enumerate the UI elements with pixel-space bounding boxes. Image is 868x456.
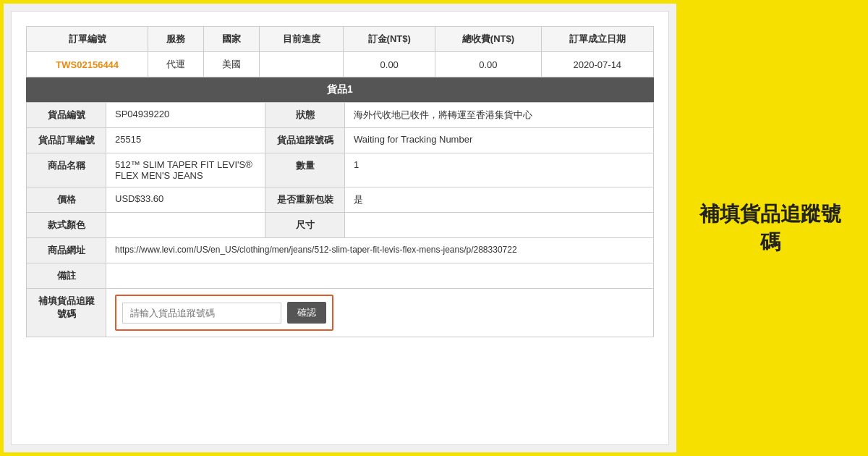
price-label: 價格 (27, 187, 106, 213)
remark-value (106, 263, 654, 289)
quantity-value: 1 (345, 153, 654, 187)
confirm-button[interactable]: 確認 (287, 302, 326, 324)
order-number-value: 25515 (106, 128, 265, 153)
progress-value (260, 52, 344, 77)
url-value: https://www.levi.com/US/en_US/clothing/m… (106, 238, 654, 263)
col-deposit: 訂金(NT$) (344, 27, 435, 52)
item-number-label: 貨品編號 (27, 103, 106, 128)
date-value: 2020-07-14 (541, 52, 653, 77)
col-order-id: 訂單編號 (27, 27, 148, 52)
col-progress: 目前進度 (260, 27, 344, 52)
fill-tracking-cell: 確認 (106, 289, 654, 337)
color-value (106, 213, 265, 238)
order-id-value: TWS02156444 (27, 52, 148, 77)
status-label: 狀態 (265, 103, 345, 128)
tracking-input[interactable] (122, 303, 281, 324)
tracking-input-wrapper: 確認 (115, 295, 333, 331)
product-name-label: 商品名稱 (27, 153, 106, 187)
tracking-number-value: Waiting for Tracking Number (345, 128, 654, 153)
fill-tracking-label: 補填貨品追蹤號碼 (27, 289, 106, 337)
country-value: 美國 (204, 52, 260, 77)
tracking-number-label: 貨品追蹤號碼 (265, 128, 345, 153)
detail-table: 貨品編號 SP04939220 狀態 海外代收地已收件，將轉運至香港集貨中心 貨… (26, 102, 654, 337)
yellow-panel-text: 補填貨品追蹤號碼 (691, 200, 850, 256)
status-value: 海外代收地已收件，將轉運至香港集貨中心 (345, 103, 654, 128)
price-value: USD$33.60 (106, 187, 265, 213)
repack-value: 是 (345, 187, 654, 213)
color-label: 款式顏色 (27, 213, 106, 238)
total-value: 0.00 (435, 52, 542, 77)
order-number-label: 貨品訂單編號 (27, 128, 106, 153)
item-number-value: SP04939220 (106, 103, 265, 128)
col-country: 國家 (204, 27, 260, 52)
service-value: 代運 (148, 52, 204, 77)
product-name-value: 512™ SLIM TAPER FIT LEVI'S® FLEX MEN'S J… (106, 153, 265, 187)
url-label: 商品網址 (27, 238, 106, 263)
col-total: 總收費(NT$) (435, 27, 542, 52)
size-value (345, 213, 654, 238)
deposit-value: 0.00 (344, 52, 435, 77)
section-header: 貨品1 (26, 77, 654, 102)
repack-label: 是否重新包裝 (265, 187, 345, 213)
yellow-panel: 補填貨品追蹤號碼 (676, 4, 864, 452)
quantity-label: 數量 (265, 153, 345, 187)
col-service: 服務 (148, 27, 204, 52)
remark-label: 備註 (27, 263, 106, 289)
order-header-table: 訂單編號 服務 國家 目前進度 訂金(NT$) 總收費(NT$) 訂單成立日期 … (26, 26, 654, 77)
size-label: 尺寸 (265, 213, 345, 238)
col-date: 訂單成立日期 (541, 27, 653, 52)
